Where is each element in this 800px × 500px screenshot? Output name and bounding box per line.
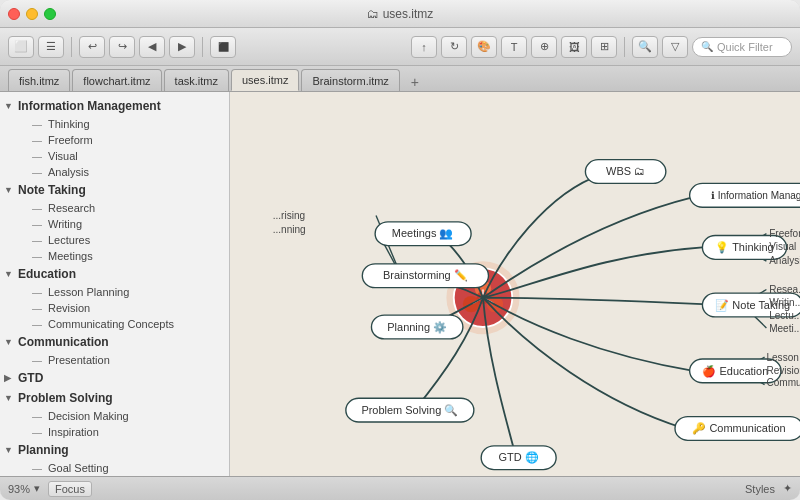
chevron-down-icon: ▼ <box>4 269 14 279</box>
sidebar-header-problemsolving[interactable]: ▼ Problem Solving <box>0 388 229 408</box>
node-gtd[interactable]: GTD 🌐 <box>481 446 556 470</box>
statusbar-right: Styles ✦ <box>745 482 792 495</box>
add-tab-button[interactable]: + <box>406 73 424 91</box>
node-info-mgmt[interactable]: ℹ Information Management <box>690 183 800 207</box>
sidebar-item-meetings[interactable]: Meetings <box>0 248 229 264</box>
outline-button[interactable]: ☰ <box>38 36 64 58</box>
sidebar-item-communicating-concepts[interactable]: Communicating Concepts <box>0 316 229 332</box>
sidebar-item-goal-setting[interactable]: Goal Setting <box>0 460 229 476</box>
main-content: ▼ Information Management Thinking Freefo… <box>0 92 800 476</box>
node-communication[interactable]: 🔑 Communication <box>675 417 800 441</box>
node-problemsolving[interactable]: Problem Solving 🔍 <box>346 398 474 422</box>
svg-text:Revision: Revision <box>766 365 800 376</box>
toolbar: ⬜ ☰ ↩ ↪ ◀ ▶ ⬛ ↑ ↻ 🎨 T ⊕ 🖼 ⊞ 🔍 ▽ 🔍 Quick … <box>0 28 800 66</box>
sidebar-group-notetaking: ▼ Note Taking Research Writing Lectures … <box>0 180 229 264</box>
sidebar-header-education[interactable]: ▼ Education <box>0 264 229 284</box>
sidebar-header-gtd[interactable]: ▶ GTD <box>0 368 229 388</box>
quick-filter-box[interactable]: 🔍 Quick Filter <box>692 37 792 57</box>
svg-text:Visual: Visual <box>769 241 796 252</box>
svg-text:Communica...: Communica... <box>766 377 800 388</box>
sidebar-item-visual[interactable]: Visual <box>0 148 229 164</box>
svg-text:Resea...: Resea... <box>769 284 800 295</box>
focus-button[interactable]: Focus <box>48 481 92 497</box>
table-button[interactable]: ⊞ <box>591 36 617 58</box>
svg-text:🍎 Education: 🍎 Education <box>702 364 768 378</box>
sidebar-item-decision-making[interactable]: Decision Making <box>0 408 229 424</box>
image-button[interactable]: 🖼 <box>561 36 587 58</box>
text-button[interactable]: T <box>501 36 527 58</box>
sidebar-item-freeform[interactable]: Freeform <box>0 132 229 148</box>
svg-text:Writin...: Writin... <box>769 297 800 308</box>
back-button[interactable]: ◀ <box>139 36 165 58</box>
filter-button[interactable]: ▽ <box>662 36 688 58</box>
tab-fish[interactable]: fish.itmz <box>8 69 70 91</box>
svg-text:...rising: ...rising <box>273 210 305 221</box>
clock-button[interactable]: ⊕ <box>531 36 557 58</box>
share-button[interactable]: ↑ <box>411 36 437 58</box>
redo-button[interactable]: ↪ <box>109 36 135 58</box>
sidebar-header-communication[interactable]: ▼ Communication <box>0 332 229 352</box>
svg-text:Lectu...: Lectu... <box>769 310 800 321</box>
branch-button[interactable]: ⬛ <box>210 36 236 58</box>
chevron-down-icon: ▼ <box>4 337 14 347</box>
sync-button[interactable]: ↻ <box>441 36 467 58</box>
sidebar-item-lesson-planning[interactable]: Lesson Planning <box>0 284 229 300</box>
sidebar: ▼ Information Management Thinking Freefo… <box>0 92 230 476</box>
svg-text:Meeti...: Meeti... <box>769 323 800 334</box>
titlebar: 🗂 uses.itmz <box>0 0 800 28</box>
tab-bar: fish.itmz flowchart.itmz task.itmz uses.… <box>0 66 800 92</box>
tab-uses[interactable]: uses.itmz <box>231 69 299 91</box>
node-planning[interactable]: Planning ⚙️ <box>371 315 462 339</box>
styles-icon[interactable]: ✦ <box>783 482 792 495</box>
toolbar-separator-2 <box>202 37 203 57</box>
sidebar-header-notetaking[interactable]: ▼ Note Taking <box>0 180 229 200</box>
sidebar-item-presentation[interactable]: Presentation <box>0 352 229 368</box>
tab-flowchart-label: flowchart.itmz <box>83 75 150 87</box>
sidebar-group-info-label: Information Management <box>18 99 161 113</box>
sidebar-group-education-label: Education <box>18 267 76 281</box>
sidebar-group-problemsolving-label: Problem Solving <box>18 391 113 405</box>
tab-flowchart[interactable]: flowchart.itmz <box>72 69 161 91</box>
node-brainstorming[interactable]: Brainstorming ✏️ <box>362 264 488 288</box>
svg-text:Lesson Plan...: Lesson Plan... <box>766 352 800 363</box>
search-placeholder: Quick Filter <box>717 41 773 53</box>
svg-text:Planning ⚙️: Planning ⚙️ <box>387 320 447 334</box>
undo-button[interactable]: ↩ <box>79 36 105 58</box>
tab-brainstorm[interactable]: Brainstorm.itmz <box>301 69 399 91</box>
close-button[interactable] <box>8 8 20 20</box>
minimize-button[interactable] <box>26 8 38 20</box>
chevron-down-icon: ▼ <box>4 393 14 403</box>
svg-text:💡 Thinking: 💡 Thinking <box>715 240 773 254</box>
sidebar-group-communication-label: Communication <box>18 335 109 349</box>
zoom-dropdown-icon[interactable]: ▾ <box>34 482 40 495</box>
zoom-value: 93% <box>8 483 30 495</box>
sidebar-item-thinking[interactable]: Thinking <box>0 116 229 132</box>
sidebar-group-education: ▼ Education Lesson Planning Revision Com… <box>0 264 229 332</box>
node-meetings[interactable]: Meetings 👥 <box>375 222 471 246</box>
svg-text:WBS 🗂: WBS 🗂 <box>606 165 645 177</box>
mindmap-svg: WBS 🗂 ℹ Information Management Meetings … <box>230 92 800 476</box>
sidebar-item-inspiration[interactable]: Inspiration <box>0 424 229 440</box>
traffic-lights <box>8 8 56 20</box>
search-icon: 🔍 <box>701 41 713 52</box>
mindmap-canvas[interactable]: WBS 🗂 ℹ Information Management Meetings … <box>230 92 800 476</box>
sidebar-group-info: ▼ Information Management Thinking Freefo… <box>0 96 229 180</box>
sidebar-item-lectures[interactable]: Lectures <box>0 232 229 248</box>
statusbar: 93% ▾ Focus Styles ✦ <box>0 476 800 500</box>
node-wbs[interactable]: WBS 🗂 <box>585 160 665 184</box>
sidebar-item-writing[interactable]: Writing <box>0 216 229 232</box>
search-button[interactable]: 🔍 <box>632 36 658 58</box>
sidebar-header-info[interactable]: ▼ Information Management <box>0 96 229 116</box>
sidebar-group-problemsolving: ▼ Problem Solving Decision Making Inspir… <box>0 388 229 440</box>
sidebar-toggle-button[interactable]: ⬜ <box>8 36 34 58</box>
sidebar-item-revision[interactable]: Revision <box>0 300 229 316</box>
svg-text:Meetings 👥: Meetings 👥 <box>392 226 454 240</box>
sidebar-header-planning[interactable]: ▼ Planning <box>0 440 229 460</box>
maximize-button[interactable] <box>44 8 56 20</box>
sidebar-item-analysis[interactable]: Analysis <box>0 164 229 180</box>
forward-button[interactable]: ▶ <box>169 36 195 58</box>
svg-text:Brainstorming ✏️: Brainstorming ✏️ <box>383 268 468 282</box>
tab-task[interactable]: task.itmz <box>164 69 229 91</box>
sidebar-item-research[interactable]: Research <box>0 200 229 216</box>
palette-button[interactable]: 🎨 <box>471 36 497 58</box>
